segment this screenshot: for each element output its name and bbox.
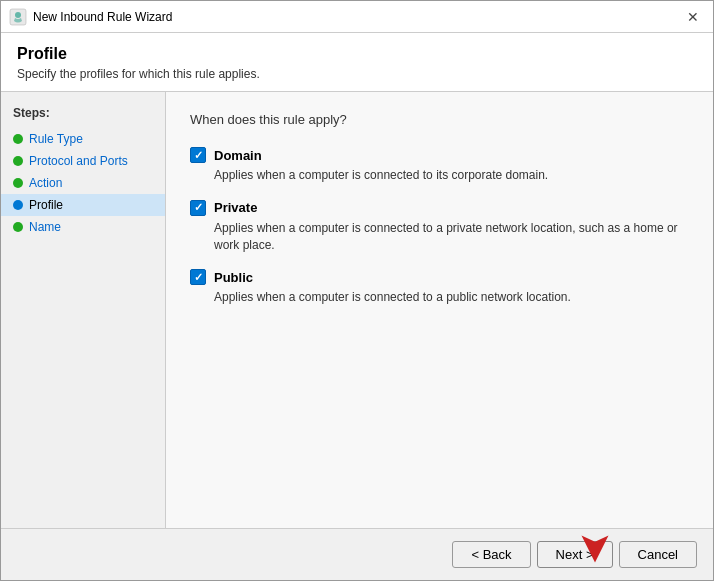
option-public: Public Applies when a computer is connec… (190, 269, 689, 306)
sidebar: Steps: Rule Type Protocol and Ports Acti… (1, 92, 166, 528)
back-button[interactable]: < Back (452, 541, 530, 568)
arrow-indicator (577, 531, 613, 570)
step-indicator-profile (13, 200, 23, 210)
checkbox-public[interactable] (190, 269, 206, 285)
option-private: Private Applies when a computer is conne… (190, 200, 689, 254)
checkbox-private[interactable] (190, 200, 206, 216)
sidebar-item-protocol-ports[interactable]: Protocol and Ports (1, 150, 165, 172)
option-group: Domain Applies when a computer is connec… (190, 147, 689, 306)
step-indicator-action (13, 178, 23, 188)
title-bar-text: New Inbound Rule Wizard (33, 10, 675, 24)
sidebar-label-name: Name (29, 220, 61, 234)
close-button[interactable]: ✕ (681, 5, 705, 29)
option-private-label: Private (214, 200, 257, 215)
page-description: Specify the profiles for which this rule… (17, 67, 697, 81)
footer: < Back Next > Cancel (1, 528, 713, 580)
sidebar-label-profile: Profile (29, 198, 63, 212)
content-area: Steps: Rule Type Protocol and Ports Acti… (1, 92, 713, 528)
checkbox-domain[interactable] (190, 147, 206, 163)
wizard-window: New Inbound Rule Wizard ✕ Profile Specif… (0, 0, 714, 581)
sidebar-label-action: Action (29, 176, 62, 190)
option-domain: Domain Applies when a computer is connec… (190, 147, 689, 184)
svg-marker-2 (582, 536, 609, 563)
question-text: When does this rule apply? (190, 112, 689, 127)
page-header: Profile Specify the profiles for which t… (1, 33, 713, 92)
step-indicator-protocol-ports (13, 156, 23, 166)
sidebar-header: Steps: (1, 102, 165, 128)
option-domain-row: Domain (190, 147, 689, 163)
option-domain-label: Domain (214, 148, 262, 163)
page-title: Profile (17, 45, 697, 63)
step-indicator-name (13, 222, 23, 232)
main-content: When does this rule apply? Domain Applie… (166, 92, 713, 528)
step-indicator-rule-type (13, 134, 23, 144)
option-private-desc: Applies when a computer is connected to … (214, 220, 689, 254)
option-private-row: Private (190, 200, 689, 216)
option-public-desc: Applies when a computer is connected to … (214, 289, 689, 306)
option-public-row: Public (190, 269, 689, 285)
option-public-label: Public (214, 270, 253, 285)
sidebar-item-action[interactable]: Action (1, 172, 165, 194)
sidebar-label-protocol-ports: Protocol and Ports (29, 154, 128, 168)
sidebar-item-name[interactable]: Name (1, 216, 165, 238)
svg-point-1 (15, 12, 21, 18)
sidebar-item-rule-type[interactable]: Rule Type (1, 128, 165, 150)
sidebar-item-profile[interactable]: Profile (1, 194, 165, 216)
option-domain-desc: Applies when a computer is connected to … (214, 167, 689, 184)
window-icon (9, 8, 27, 26)
cancel-button[interactable]: Cancel (619, 541, 697, 568)
sidebar-label-rule-type: Rule Type (29, 132, 83, 146)
title-bar: New Inbound Rule Wizard ✕ (1, 1, 713, 33)
